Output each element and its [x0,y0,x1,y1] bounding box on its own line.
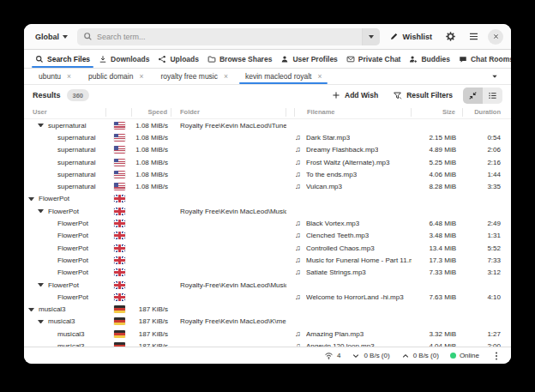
result-row[interactable]: FlowerPot Royalty-Free\Kevin MacLeod\Mus… [24,279,511,291]
close-tab-icon[interactable] [224,73,228,81]
close-tab-icon[interactable] [139,73,143,81]
country-cell [106,122,132,130]
search-tab-kevin-macleod-royalt[interactable]: kevin macleod royalt [239,69,328,84]
close-tab-icon[interactable] [67,73,71,81]
search-tab-royalty-free-music[interactable]: royalty free music [154,69,234,84]
expander-icon[interactable] [38,124,44,127]
result-row[interactable]: FlowerPot [24,193,511,205]
expander-icon[interactable] [38,320,44,323]
result-row[interactable]: supernatural 1.08 MiB/s Vulcan.mp3 8.28 … [24,180,511,192]
tab-private-chat[interactable]: Private Chat [342,50,406,68]
connections-indicator[interactable]: 4 [324,351,340,360]
search-placeholder: Search term... [97,33,146,41]
close-icon [492,33,500,40]
tab-uploads[interactable]: Uploads [153,50,203,68]
duration-cell: 1:44 [463,171,511,178]
window-close-button[interactable] [488,29,503,45]
column-header-queue[interactable] [286,108,295,117]
wishlist-label: Wishlist [403,33,432,41]
statusbar-menu-button[interactable] [490,350,502,362]
plus-icon [332,91,340,100]
connection-status[interactable]: Online [450,352,479,359]
tab-chat-rooms[interactable]: Chat Rooms [454,50,511,68]
result-row[interactable]: musical3 187 KiB/s [24,303,511,315]
tab-label: Chat Rooms [471,55,511,63]
expander-icon[interactable] [38,283,44,286]
result-row[interactable]: supernatural 1.08 MiB/s To the ends.mp3 … [24,168,511,180]
main-menu-button[interactable] [465,28,482,45]
download-icon [99,55,107,63]
search-tab-label: royalty free music [160,72,218,81]
duration-cell: 5:52 [463,244,511,252]
chat-icon [459,55,467,63]
result-row[interactable]: FlowerPot Black Vortex.mp3 6.48 MiB 2:49 [24,217,511,229]
result-row[interactable]: musical3 187 KiB/s Amazing Plan.mp3 3.32… [24,328,511,340]
filename-text: To the ends.mp3 [306,171,357,178]
result-row[interactable]: musical3 187 KiB/s Royalty Free\Kevin Ma… [24,316,511,328]
column-header-flag[interactable] [106,108,132,117]
column-header-speed[interactable]: Speed [132,108,171,117]
preferences-button[interactable] [442,28,459,45]
search-scope-button[interactable]: Global [32,30,71,44]
collapse-all-toggle[interactable] [463,87,483,104]
expander-icon[interactable] [28,308,34,311]
filename-text: Black Vortex.mp3 [306,220,359,227]
filename-cell: Satiate Strings.mp3 [295,268,412,276]
gear-icon [445,31,456,42]
speed-cell: 187 KiB/s [132,317,171,325]
result-row[interactable]: FlowerPot Royalty Free\Kevin MacLeod\Mus… [24,205,511,217]
result-row[interactable]: FlowerPot Welcome to HorrorLand -hi.mp3 … [24,291,511,303]
gb-flag-icon [114,244,125,252]
result-row[interactable]: FlowerPot Clenched Teeth.mp3 3.48 MiB 1:… [24,230,511,242]
result-row[interactable]: FlowerPot Controlled Chaos.mp3 13.4 MiB … [24,242,511,254]
country-cell [106,305,132,313]
column-header-folder[interactable]: Folder [171,108,286,117]
result-filters-button[interactable]: Result Filters [388,88,457,103]
column-header-user[interactable]: User [24,108,106,117]
arrow-up-icon [401,352,410,360]
size-cell: 3.32 MiB [412,330,463,338]
search-input[interactable]: Search term... [77,28,380,45]
chevron-down-icon [369,35,374,39]
result-row[interactable]: supernatural 1.08 MiB/s Dark Star.mp3 2.… [24,131,511,143]
result-row[interactable]: supernatural 1.08 MiB/s Dreamy Flashback… [24,144,511,156]
expander-icon[interactable] [28,197,34,201]
tab-overview-button[interactable] [487,70,502,82]
tab-downloads[interactable]: Downloads [94,50,153,68]
upload-rate-indicator[interactable]: 0 B/s (0) [401,352,439,360]
close-tab-icon[interactable] [317,73,322,81]
tab-search-files[interactable]: Search Files [31,50,94,68]
user-cell: FlowerPot [24,293,106,301]
add-wish-button[interactable]: Add Wish [328,88,382,102]
download-rate-indicator[interactable]: 0 B/s (0) [352,352,389,360]
search-tab-ubuntu[interactable]: ubuntu [33,69,77,84]
result-row[interactable]: supernatural 1.08 MiB/s Royalty Free\Kev… [24,119,511,131]
tab-label: Browse Shares [219,55,272,63]
us-flag-icon [114,171,125,178]
expander-icon[interactable] [38,209,44,213]
country-cell [106,134,132,142]
results-count-badge: 360 [67,89,90,101]
column-header-size[interactable]: Size [412,108,463,117]
music-note-icon [295,220,306,227]
column-header-fname[interactable]: Filename [295,108,412,117]
column-header-dur[interactable]: Duration [463,108,511,117]
tab-user-profiles[interactable]: User Profiles [276,50,341,68]
tab-buddies[interactable]: Buddies [405,50,454,68]
file-grouping-toggle[interactable] [483,87,502,104]
user-cell: FlowerPot [24,232,106,239]
user-cell: FlowerPot [24,220,106,227]
tab-browse-shares[interactable]: Browse Shares [203,50,276,68]
duration-cell: 1:31 [463,232,511,239]
user-cell: supernatural [24,171,106,178]
result-row[interactable]: FlowerPot Music for Funeral Home - Part … [24,254,511,266]
music-note-icon [295,256,306,264]
result-row[interactable]: supernatural 1.08 MiB/s Frost Waltz (Alt… [24,156,511,168]
search-history-dropdown-button[interactable] [362,28,380,45]
result-row[interactable]: FlowerPot Satiate Strings.mp3 7.33 MiB 3… [24,267,511,279]
wishlist-button[interactable]: Wishlist [386,29,436,44]
results-table-body[interactable]: supernatural 1.08 MiB/s Royalty Free\Kev… [24,119,511,347]
search-tab-public-domain[interactable]: public domain [82,69,149,84]
folder-cell: Royalty-Free\Kevin MacLeod\Music [171,281,286,289]
result-row[interactable]: musical3 187 KiB/s Angevin 120 loop.mp3 … [24,340,511,347]
